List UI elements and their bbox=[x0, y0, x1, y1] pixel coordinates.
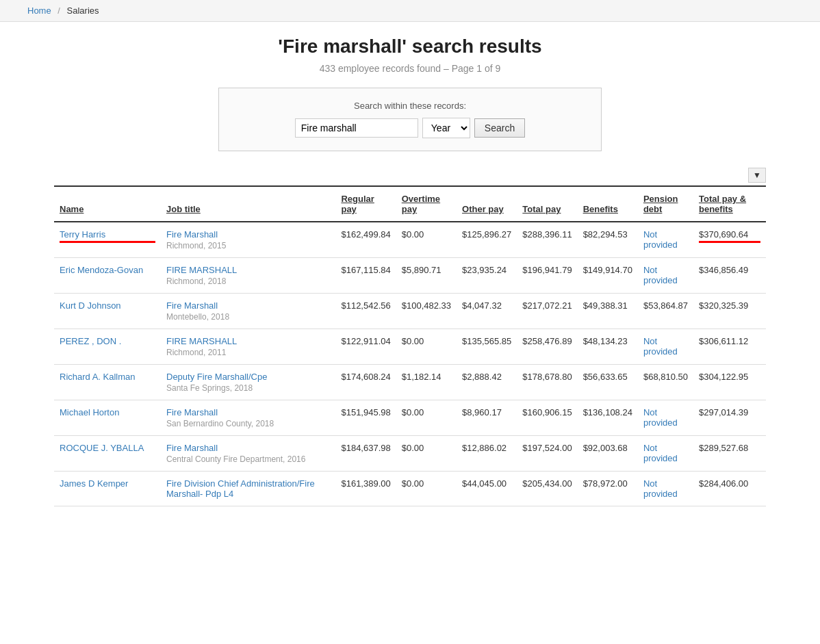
other-pay-cell: $125,896.27 bbox=[457, 222, 517, 258]
pension-debt-cell: Notprovided bbox=[638, 329, 693, 365]
table-row: Michael HortonFire MarshallSan Bernardin… bbox=[54, 400, 766, 436]
pension-debt-cell: Notprovided bbox=[638, 472, 693, 506]
job-title-link[interactable]: Deputy Fire Marshall/Cpe bbox=[166, 372, 267, 382]
overtime-pay-cell: $100,482.33 bbox=[396, 294, 457, 329]
benefits-cell: $149,914.70 bbox=[578, 258, 638, 294]
name-cell: Terry Harris bbox=[54, 222, 161, 258]
other-pay-cell: $4,047.32 bbox=[457, 294, 517, 329]
job-title-link[interactable]: FIRE MARSHALL bbox=[166, 336, 237, 346]
job-title-link[interactable]: Fire Marshall bbox=[166, 229, 218, 240]
regular-pay-cell: $162,499.84 bbox=[335, 222, 396, 258]
table-row: Richard A. KallmanDeputy Fire Marshall/C… bbox=[54, 365, 766, 400]
other-pay-cell: $12,886.02 bbox=[457, 436, 517, 472]
job-location: Richmond, 2018 bbox=[166, 276, 330, 286]
page-subtitle: 433 employee records found – Page 1 of 9 bbox=[54, 63, 766, 74]
col-overtime-pay: Overtimepay bbox=[396, 186, 457, 222]
job-title-cell: Fire MarshallCentral County Fire Departm… bbox=[161, 436, 335, 472]
job-title-link[interactable]: Fire Marshall bbox=[166, 300, 218, 311]
overtime-pay-cell: $0.00 bbox=[396, 436, 457, 472]
job-title-link[interactable]: Fire Marshall bbox=[166, 407, 218, 417]
job-title-cell: Fire MarshallSan Bernardino County, 2018 bbox=[161, 400, 335, 436]
total-pay-cell: $288,396.11 bbox=[517, 222, 577, 258]
total-pay-benefits-cell: $370,690.64 bbox=[693, 222, 766, 258]
overtime-pay-cell: $0.00 bbox=[396, 222, 457, 258]
table-row: Terry HarrisFire MarshallRichmond, 2015$… bbox=[54, 222, 766, 258]
other-pay-cell: $2,888.42 bbox=[457, 365, 517, 400]
benefits-cell: $49,388.31 bbox=[578, 294, 638, 329]
job-location: Richmond, 2015 bbox=[166, 241, 330, 250]
name-link[interactable]: Kurt D Johnson bbox=[60, 300, 121, 311]
job-location: Richmond, 2011 bbox=[166, 348, 330, 357]
col-total-pay: Total pay bbox=[517, 186, 577, 222]
job-title-cell: FIRE MARSHALLRichmond, 2011 bbox=[161, 329, 335, 365]
job-location: Montebello, 2018 bbox=[166, 312, 330, 322]
table-row: PEREZ , DON .FIRE MARSHALLRichmond, 2011… bbox=[54, 329, 766, 365]
name-link[interactable]: Eric Mendoza-Govan bbox=[60, 265, 143, 275]
overtime-pay-cell: $1,182.14 bbox=[396, 365, 457, 400]
benefits-cell: $48,134.23 bbox=[578, 329, 638, 365]
total-pay-cell: $196,941.79 bbox=[517, 258, 577, 294]
name-link[interactable]: James D Kemper bbox=[60, 478, 128, 489]
name-cell: Kurt D Johnson bbox=[54, 294, 161, 329]
col-benefits: Benefits bbox=[578, 186, 638, 222]
year-select[interactable]: Year 2018 2017 2016 2015 2014 2013 2012 … bbox=[422, 118, 470, 138]
col-job-title: Job title bbox=[161, 186, 335, 222]
regular-pay-cell: $151,945.98 bbox=[335, 400, 396, 436]
table-row: Eric Mendoza-GovanFIRE MARSHALLRichmond,… bbox=[54, 258, 766, 294]
benefits-cell: $78,972.00 bbox=[578, 472, 638, 506]
name-link[interactable]: Michael Horton bbox=[60, 407, 119, 417]
other-pay-cell: $23,935.24 bbox=[457, 258, 517, 294]
name-link[interactable]: ROCQUE J. YBALLA bbox=[60, 443, 144, 453]
breadcrumb-home-link[interactable]: Home bbox=[27, 5, 51, 16]
total-pay-benefits-cell: $304,122.95 bbox=[693, 365, 766, 400]
results-table: Name Job title Regularpay Overtimepay Ot… bbox=[54, 185, 766, 506]
name-cell: PEREZ , DON . bbox=[54, 329, 161, 365]
search-controls: Year 2018 2017 2016 2015 2014 2013 2012 … bbox=[240, 118, 580, 138]
name-link[interactable]: PEREZ , DON . bbox=[60, 336, 121, 346]
regular-pay-cell: $184,637.98 bbox=[335, 436, 396, 472]
pension-debt-cell: Notprovided bbox=[638, 400, 693, 436]
benefits-cell: $82,294.53 bbox=[578, 222, 638, 258]
job-title-cell: Fire MarshallMontebello, 2018 bbox=[161, 294, 335, 329]
name-link[interactable]: Terry Harris bbox=[60, 229, 105, 240]
table-row: ROCQUE J. YBALLAFire MarshallCentral Cou… bbox=[54, 436, 766, 472]
regular-pay-cell: $174,608.24 bbox=[335, 365, 396, 400]
regular-pay-cell: $161,389.00 bbox=[335, 472, 396, 506]
benefits-cell: $92,003.68 bbox=[578, 436, 638, 472]
total-pay-benefits-cell: $320,325.39 bbox=[693, 294, 766, 329]
total-pay-benefits-cell: $306,611.12 bbox=[693, 329, 766, 365]
overtime-pay-cell: $5,890.71 bbox=[396, 258, 457, 294]
pension-debt-cell: Notprovided bbox=[638, 436, 693, 472]
name-cell: ROCQUE J. YBALLA bbox=[54, 436, 161, 472]
total-pay-cell: $197,524.00 bbox=[517, 436, 577, 472]
total-pay-cell: $178,678.80 bbox=[517, 365, 577, 400]
benefits-cell: $136,108.24 bbox=[578, 400, 638, 436]
total-pay-benefits-cell: $346,856.49 bbox=[693, 258, 766, 294]
total-pay-benefits-cell: $289,527.68 bbox=[693, 436, 766, 472]
name-link[interactable]: Richard A. Kallman bbox=[60, 372, 136, 382]
overtime-pay-cell: $0.00 bbox=[396, 400, 457, 436]
total-pay-benefits-cell: $297,014.39 bbox=[693, 400, 766, 436]
table-container: ▼ Name Job title Regularpay Overtimepay … bbox=[54, 168, 766, 506]
search-button[interactable]: Search bbox=[474, 118, 525, 138]
job-title-link[interactable]: Fire Marshall bbox=[166, 443, 218, 453]
name-cell: James D Kemper bbox=[54, 472, 161, 506]
job-location: San Bernardino County, 2018 bbox=[166, 419, 330, 428]
job-title-cell: Fire Division Chief Administration/Fire … bbox=[161, 472, 335, 506]
name-cell: Eric Mendoza-Govan bbox=[54, 258, 161, 294]
total-pay-cell: $160,906.15 bbox=[517, 400, 577, 436]
main-content: 'Fire marshall' search results 433 emplo… bbox=[27, 22, 793, 520]
other-pay-cell: $8,960.17 bbox=[457, 400, 517, 436]
other-pay-cell: $44,045.00 bbox=[457, 472, 517, 506]
search-input[interactable] bbox=[295, 118, 418, 138]
table-row: James D KemperFire Division Chief Admini… bbox=[54, 472, 766, 506]
job-title-cell: FIRE MARSHALLRichmond, 2018 bbox=[161, 258, 335, 294]
column-toggle-button[interactable]: ▼ bbox=[748, 168, 766, 183]
overtime-pay-cell: $0.00 bbox=[396, 472, 457, 506]
total-pay-cell: $205,434.00 bbox=[517, 472, 577, 506]
overtime-pay-cell: $0.00 bbox=[396, 329, 457, 365]
col-other-pay: Other pay bbox=[457, 186, 517, 222]
job-title-link[interactable]: FIRE MARSHALL bbox=[166, 265, 237, 275]
job-title-link[interactable]: Fire Division Chief Administration/Fire … bbox=[166, 478, 315, 499]
pension-debt-cell: Notprovided bbox=[638, 258, 693, 294]
